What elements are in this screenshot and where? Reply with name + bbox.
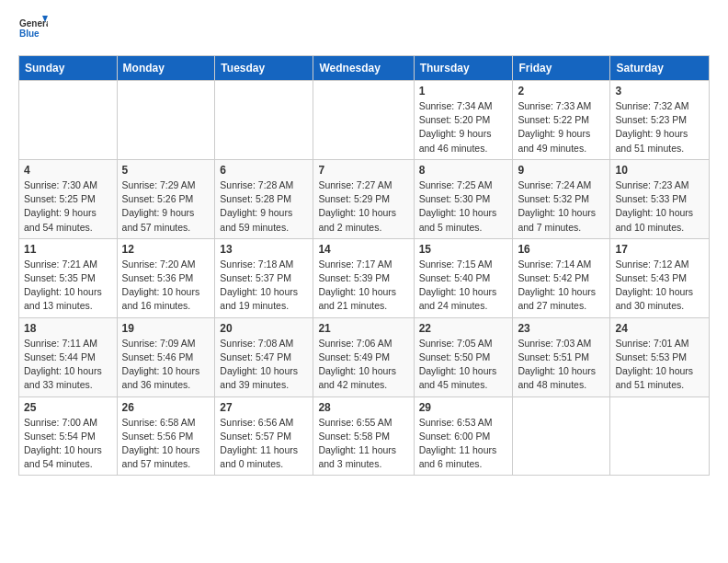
day-number: 17 <box>615 243 704 256</box>
calendar-cell <box>610 396 710 476</box>
calendar-cell: 20Sunrise: 7:08 AM Sunset: 5:47 PM Dayli… <box>215 317 313 396</box>
day-number: 19 <box>122 322 210 335</box>
week-row-2: 4Sunrise: 7:30 AM Sunset: 5:25 PM Daylig… <box>19 159 710 238</box>
col-header-friday: Friday <box>513 56 610 81</box>
day-number: 7 <box>318 164 408 177</box>
col-header-tuesday: Tuesday <box>215 56 313 81</box>
day-number: 21 <box>318 322 408 335</box>
day-info: Sunrise: 7:03 AM Sunset: 5:51 PM Dayligh… <box>518 337 605 393</box>
calendar-cell: 12Sunrise: 7:20 AM Sunset: 5:36 PM Dayli… <box>117 238 215 317</box>
svg-text:General: General <box>19 18 48 29</box>
calendar-table: SundayMondayTuesdayWednesdayThursdayFrid… <box>18 55 710 476</box>
day-info: Sunrise: 6:56 AM Sunset: 5:57 PM Dayligh… <box>220 416 308 472</box>
col-header-monday: Monday <box>117 56 215 81</box>
day-info: Sunrise: 7:27 AM Sunset: 5:29 PM Dayligh… <box>318 178 408 235</box>
calendar-cell: 28Sunrise: 6:55 AM Sunset: 5:58 PM Dayli… <box>313 396 414 476</box>
day-number: 1 <box>419 85 508 98</box>
day-info: Sunrise: 6:53 AM Sunset: 6:00 PM Dayligh… <box>419 416 508 472</box>
calendar-cell: 19Sunrise: 7:09 AM Sunset: 5:46 PM Dayli… <box>117 317 215 396</box>
day-info: Sunrise: 7:00 AM Sunset: 5:54 PM Dayligh… <box>24 416 112 472</box>
day-info: Sunrise: 7:12 AM Sunset: 5:43 PM Dayligh… <box>615 258 704 314</box>
calendar-cell: 22Sunrise: 7:05 AM Sunset: 5:50 PM Dayli… <box>414 317 513 396</box>
calendar-cell: 8Sunrise: 7:25 AM Sunset: 5:30 PM Daylig… <box>414 159 513 238</box>
calendar-cell: 17Sunrise: 7:12 AM Sunset: 5:43 PM Dayli… <box>610 238 710 317</box>
day-number: 15 <box>419 243 508 256</box>
day-number: 18 <box>24 322 112 335</box>
day-number: 25 <box>24 401 112 414</box>
col-header-saturday: Saturday <box>610 56 710 81</box>
calendar-cell: 13Sunrise: 7:18 AM Sunset: 5:37 PM Dayli… <box>215 238 313 317</box>
day-number: 14 <box>318 243 408 256</box>
day-info: Sunrise: 7:32 AM Sunset: 5:23 PM Dayligh… <box>615 99 704 155</box>
week-row-3: 11Sunrise: 7:21 AM Sunset: 5:35 PM Dayli… <box>19 238 710 317</box>
calendar-cell: 11Sunrise: 7:21 AM Sunset: 5:35 PM Dayli… <box>19 238 118 317</box>
week-row-4: 18Sunrise: 7:11 AM Sunset: 5:44 PM Dayli… <box>19 317 710 396</box>
calendar-cell: 4Sunrise: 7:30 AM Sunset: 5:25 PM Daylig… <box>19 159 118 238</box>
calendar-cell: 23Sunrise: 7:03 AM Sunset: 5:51 PM Dayli… <box>513 317 610 396</box>
day-number: 4 <box>24 164 112 177</box>
day-info: Sunrise: 7:09 AM Sunset: 5:46 PM Dayligh… <box>122 337 210 393</box>
day-number: 6 <box>220 164 308 177</box>
svg-text:Blue: Blue <box>19 29 40 39</box>
calendar-cell <box>313 81 414 160</box>
calendar-cell <box>117 81 215 160</box>
day-number: 20 <box>220 322 308 335</box>
day-info: Sunrise: 7:20 AM Sunset: 5:36 PM Dayligh… <box>122 258 210 314</box>
day-number: 11 <box>24 243 112 256</box>
day-info: Sunrise: 7:11 AM Sunset: 5:44 PM Dayligh… <box>24 337 112 393</box>
calendar-cell: 24Sunrise: 7:01 AM Sunset: 5:53 PM Dayli… <box>610 317 710 396</box>
day-number: 23 <box>518 322 605 335</box>
day-info: Sunrise: 7:30 AM Sunset: 5:25 PM Dayligh… <box>24 178 112 235</box>
calendar-cell: 10Sunrise: 7:23 AM Sunset: 5:33 PM Dayli… <box>610 159 710 238</box>
calendar-cell: 21Sunrise: 7:06 AM Sunset: 5:49 PM Dayli… <box>313 317 414 396</box>
day-number: 26 <box>122 401 210 414</box>
calendar-cell: 14Sunrise: 7:17 AM Sunset: 5:39 PM Dayli… <box>313 238 414 317</box>
day-number: 8 <box>419 164 508 177</box>
day-number: 27 <box>220 401 308 414</box>
day-number: 16 <box>518 243 605 256</box>
calendar-cell: 1Sunrise: 7:34 AM Sunset: 5:20 PM Daylig… <box>414 81 513 160</box>
calendar-cell: 7Sunrise: 7:27 AM Sunset: 5:29 PM Daylig… <box>313 159 414 238</box>
day-info: Sunrise: 7:15 AM Sunset: 5:40 PM Dayligh… <box>419 258 508 314</box>
calendar-cell: 5Sunrise: 7:29 AM Sunset: 5:26 PM Daylig… <box>117 159 215 238</box>
calendar-cell: 27Sunrise: 6:56 AM Sunset: 5:57 PM Dayli… <box>215 396 313 476</box>
day-info: Sunrise: 7:34 AM Sunset: 5:20 PM Dayligh… <box>419 99 508 155</box>
day-info: Sunrise: 7:08 AM Sunset: 5:47 PM Dayligh… <box>220 337 308 393</box>
calendar-cell: 25Sunrise: 7:00 AM Sunset: 5:54 PM Dayli… <box>19 396 118 476</box>
day-number: 13 <box>220 243 308 256</box>
day-info: Sunrise: 7:17 AM Sunset: 5:39 PM Dayligh… <box>318 258 408 314</box>
col-header-sunday: Sunday <box>19 56 118 81</box>
day-info: Sunrise: 7:25 AM Sunset: 5:30 PM Dayligh… <box>419 178 508 235</box>
calendar-cell: 6Sunrise: 7:28 AM Sunset: 5:28 PM Daylig… <box>215 159 313 238</box>
calendar-cell: 9Sunrise: 7:24 AM Sunset: 5:32 PM Daylig… <box>513 159 610 238</box>
day-info: Sunrise: 7:21 AM Sunset: 5:35 PM Dayligh… <box>24 258 112 314</box>
week-row-1: 1Sunrise: 7:34 AM Sunset: 5:20 PM Daylig… <box>19 81 710 160</box>
day-info: Sunrise: 7:29 AM Sunset: 5:26 PM Dayligh… <box>122 178 210 235</box>
calendar-cell: 15Sunrise: 7:15 AM Sunset: 5:40 PM Dayli… <box>414 238 513 317</box>
day-number: 28 <box>318 401 408 414</box>
day-info: Sunrise: 7:28 AM Sunset: 5:28 PM Dayligh… <box>220 178 308 235</box>
day-info: Sunrise: 7:06 AM Sunset: 5:49 PM Dayligh… <box>318 337 408 393</box>
day-info: Sunrise: 7:33 AM Sunset: 5:22 PM Dayligh… <box>518 99 605 155</box>
day-info: Sunrise: 7:01 AM Sunset: 5:53 PM Dayligh… <box>615 337 704 393</box>
calendar-cell: 18Sunrise: 7:11 AM Sunset: 5:44 PM Dayli… <box>19 317 118 396</box>
day-number: 3 <box>615 85 704 98</box>
day-number: 24 <box>615 322 704 335</box>
week-row-5: 25Sunrise: 7:00 AM Sunset: 5:54 PM Dayli… <box>19 396 710 476</box>
day-info: Sunrise: 6:55 AM Sunset: 5:58 PM Dayligh… <box>318 416 408 472</box>
day-number: 10 <box>615 164 704 177</box>
calendar-cell: 16Sunrise: 7:14 AM Sunset: 5:42 PM Dayli… <box>513 238 610 317</box>
calendar-header-row: SundayMondayTuesdayWednesdayThursdayFrid… <box>19 56 710 81</box>
calendar-cell: 3Sunrise: 7:32 AM Sunset: 5:23 PM Daylig… <box>610 81 710 160</box>
day-number: 9 <box>518 164 605 177</box>
calendar-cell <box>215 81 313 160</box>
day-number: 22 <box>419 322 508 335</box>
day-number: 12 <box>122 243 210 256</box>
day-info: Sunrise: 7:18 AM Sunset: 5:37 PM Dayligh… <box>220 258 308 314</box>
day-info: Sunrise: 7:24 AM Sunset: 5:32 PM Dayligh… <box>518 178 605 235</box>
calendar-cell: 29Sunrise: 6:53 AM Sunset: 6:00 PM Dayli… <box>414 396 513 476</box>
day-info: Sunrise: 6:58 AM Sunset: 5:56 PM Dayligh… <box>122 416 210 472</box>
calendar-cell <box>513 396 610 476</box>
day-info: Sunrise: 7:23 AM Sunset: 5:33 PM Dayligh… <box>615 178 704 235</box>
col-header-wednesday: Wednesday <box>313 56 414 81</box>
